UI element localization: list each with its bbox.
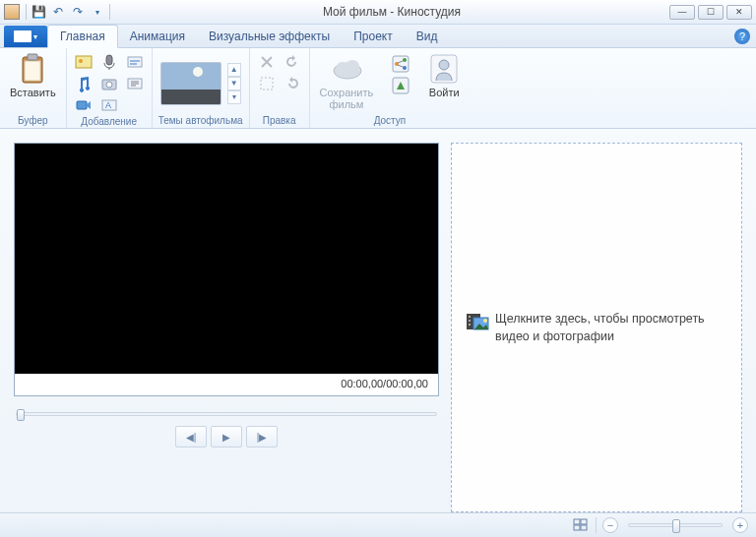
file-icon <box>14 30 32 42</box>
snapshot-icon[interactable] <box>98 73 120 94</box>
seek-bar[interactable] <box>16 412 437 416</box>
tab-animation[interactable]: Анимация <box>118 26 197 47</box>
clipboard-icon <box>17 53 48 85</box>
svg-rect-5 <box>77 101 87 109</box>
tab-home[interactable]: Главная <box>47 25 118 48</box>
user-icon <box>428 53 460 85</box>
share-icon[interactable] <box>390 53 411 75</box>
main-area: 00:00,00/00:00,00 ◀| ▶ |▶ Щелкните здесь… <box>0 129 756 512</box>
svg-point-36 <box>483 319 487 323</box>
transport-controls: ◀| ▶ |▶ <box>14 426 439 448</box>
undo-icon[interactable]: ↶ <box>50 4 66 20</box>
status-bar: − + <box>0 512 756 537</box>
storyboard-dropzone[interactable]: Щелкните здесь, чтобы просмотреть видео … <box>451 143 742 512</box>
add-video-photo-icon[interactable] <box>73 51 94 73</box>
add-credits-icon[interactable] <box>124 73 146 94</box>
cloud-icon <box>331 53 362 85</box>
tab-view[interactable]: Вид <box>405 26 450 47</box>
ribbon: Вставить Буфер A Добавление <box>0 48 756 129</box>
qat-dropdown-icon[interactable]: ▾ <box>90 4 105 20</box>
svg-rect-2 <box>28 54 37 60</box>
save-movie-button[interactable]: Сохранить фильм <box>316 51 378 112</box>
dropzone-text: Щелкните здесь, чтобы просмотреть видео … <box>495 310 727 345</box>
svg-rect-32 <box>469 316 471 318</box>
thumbnail-size-icon[interactable] <box>572 517 590 533</box>
svg-rect-33 <box>469 320 471 322</box>
seek-thumb[interactable] <box>17 409 25 421</box>
file-menu-button[interactable]: ▾ <box>4 26 47 47</box>
redo-icon[interactable]: ↷ <box>70 4 86 20</box>
svg-point-21 <box>346 60 359 72</box>
quick-access-toolbar: 💾 ↶ ↷ ▾ <box>31 4 105 20</box>
theme-gallery-nav: ▲ ▼ ▾ <box>227 63 241 104</box>
svg-rect-38 <box>581 519 587 524</box>
svg-rect-1 <box>25 61 40 81</box>
prev-frame-button[interactable]: ◀| <box>175 426 207 448</box>
group-label-themes: Темы автофильма <box>158 115 243 127</box>
svg-rect-6 <box>106 55 112 65</box>
group-label-edit: Правка <box>263 115 296 127</box>
group-label-add: Добавление <box>81 116 137 128</box>
add-title-icon[interactable]: A <box>98 94 120 116</box>
group-add: A Добавление <box>67 48 153 128</box>
svg-rect-18 <box>261 78 273 90</box>
timecode: 00:00,00/00:00,00 <box>15 374 438 389</box>
theme-more-icon[interactable]: ▾ <box>227 90 241 104</box>
group-label-access: Доступ <box>374 115 407 127</box>
title-bar: 💾 ↶ ↷ ▾ Мой фильм - Киностудия — ☐ ✕ <box>0 0 756 25</box>
video-preview[interactable] <box>15 144 438 374</box>
app-icon <box>4 4 20 20</box>
minimize-button[interactable]: — <box>669 5 695 20</box>
svg-point-4 <box>79 59 83 63</box>
delete-icon[interactable] <box>256 51 278 73</box>
save-icon[interactable]: 💾 <box>31 4 46 20</box>
add-caption-icon[interactable] <box>124 51 146 73</box>
close-button[interactable]: ✕ <box>726 5 752 20</box>
play-button[interactable]: ▶ <box>211 426 242 448</box>
theme-thumbnail[interactable] <box>160 62 221 105</box>
svg-point-30 <box>439 60 449 70</box>
zoom-thumb[interactable] <box>672 519 680 533</box>
preview-frame: 00:00,00/00:00,00 <box>14 143 439 396</box>
svg-rect-40 <box>581 525 587 530</box>
group-buffer: Вставить Буфер <box>0 48 67 128</box>
signin-button[interactable]: Войти <box>424 51 464 100</box>
zoom-slider[interactable] <box>628 523 723 527</box>
select-all-icon[interactable] <box>256 73 278 94</box>
preview-panel: 00:00,00/00:00,00 ◀| ▶ |▶ <box>14 143 439 512</box>
svg-rect-37 <box>574 519 580 524</box>
share-icon-alt[interactable] <box>390 75 411 96</box>
svg-rect-34 <box>469 324 471 326</box>
record-narration-icon[interactable] <box>98 51 120 73</box>
tab-project[interactable]: Проект <box>342 26 405 47</box>
window-title: Мой фильм - Киностудия <box>114 5 669 19</box>
add-webcam-icon[interactable] <box>73 94 94 116</box>
svg-point-25 <box>403 66 407 70</box>
group-access: Сохранить фильм Войти Доступ <box>310 48 471 128</box>
group-themes: ▲ ▼ ▾ Темы автофильма <box>153 48 250 128</box>
svg-point-24 <box>403 58 407 62</box>
theme-up-icon[interactable]: ▲ <box>227 63 241 77</box>
ribbon-tabs: ▾ Главная Анимация Визуальные эффекты Пр… <box>0 25 756 48</box>
tab-effects[interactable]: Визуальные эффекты <box>197 26 342 47</box>
svg-text:A: A <box>105 100 111 110</box>
svg-point-8 <box>106 82 112 88</box>
rotate-left-icon[interactable] <box>282 51 303 73</box>
paste-button[interactable]: Вставить <box>6 51 60 100</box>
chevron-down-icon: ▾ <box>33 32 37 41</box>
svg-rect-11 <box>128 57 142 67</box>
media-icon <box>466 310 489 333</box>
maximize-button[interactable]: ☐ <box>698 5 724 20</box>
zoom-out-button[interactable]: − <box>602 517 618 533</box>
group-label-buffer: Буфер <box>18 115 48 127</box>
rotate-right-icon[interactable] <box>282 73 303 94</box>
svg-rect-3 <box>76 56 92 68</box>
theme-down-icon[interactable]: ▼ <box>227 77 241 90</box>
zoom-in-button[interactable]: + <box>732 517 748 533</box>
add-music-icon[interactable] <box>73 73 94 94</box>
group-edit: Правка <box>250 48 310 128</box>
help-icon[interactable]: ? <box>734 29 750 44</box>
svg-rect-39 <box>574 525 580 530</box>
next-frame-button[interactable]: |▶ <box>246 426 278 448</box>
